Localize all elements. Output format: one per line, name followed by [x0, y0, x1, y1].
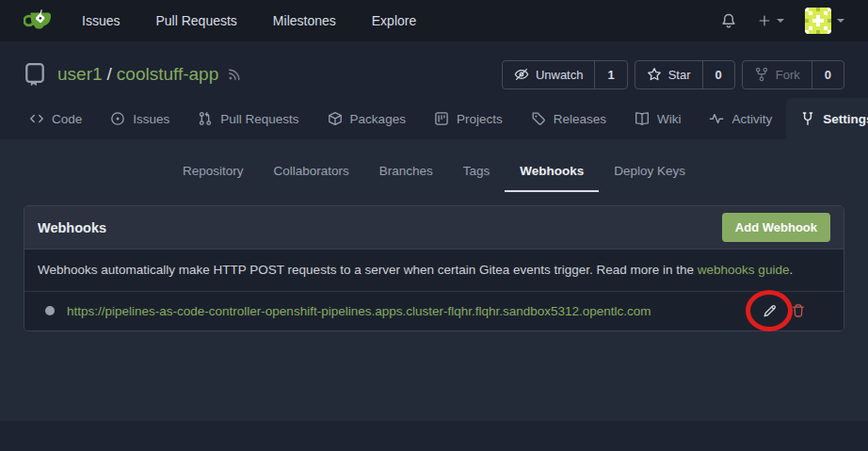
avatar	[805, 8, 831, 34]
fork-button-group: Fork 0	[742, 60, 844, 89]
webhook-row: https://pipelines-as-code-controller-ope…	[24, 291, 844, 330]
webhook-url-link[interactable]: https://pipelines-as-code-controller-ope…	[67, 304, 651, 318]
webhook-row-actions	[760, 301, 830, 320]
settings-subtabs: Repository Collaborators Branches Tags W…	[0, 139, 868, 192]
repo-title-row: user1 / coolstuff-app	[0, 41, 868, 90]
forks-count[interactable]: 0	[812, 61, 844, 89]
subtab-repository[interactable]: Repository	[168, 160, 259, 192]
webhooks-description: Webhooks automatically make HTTP POST re…	[24, 250, 844, 291]
tab-label: Packages	[350, 112, 406, 126]
footer-strip	[0, 421, 868, 451]
subtab-deploy-keys[interactable]: Deploy Keys	[599, 160, 700, 192]
fork-label: Fork	[776, 68, 800, 82]
fork-icon	[754, 67, 769, 82]
star-icon	[647, 67, 662, 82]
star-label: Star	[668, 68, 691, 82]
tab-code[interactable]: Code	[15, 98, 96, 139]
rss-icon[interactable]	[227, 67, 242, 82]
create-new-dropdown[interactable]	[758, 14, 784, 27]
subtab-webhooks[interactable]: Webhooks	[505, 160, 599, 192]
wiki-book-icon	[635, 111, 650, 126]
tab-issues[interactable]: Issues	[96, 98, 184, 139]
tab-projects[interactable]: Projects	[420, 98, 517, 139]
activity-icon	[709, 111, 724, 126]
delete-webhook-button[interactable]	[791, 303, 806, 318]
issue-icon	[110, 111, 125, 126]
topnav-item-pull-requests[interactable]: Pull Requests	[155, 13, 236, 28]
caret-down-icon	[777, 19, 784, 23]
edit-webhook-button[interactable]	[760, 301, 779, 320]
tab-activity[interactable]: Activity	[695, 98, 786, 139]
gitea-logo-icon[interactable]	[24, 7, 54, 35]
star-button-group: Star 0	[635, 60, 735, 89]
tab-label: Releases	[554, 112, 606, 126]
repo-breadcrumb: user1 / coolstuff-app	[57, 64, 218, 85]
topnav-links: Issues Pull Requests Milestones Explore	[82, 13, 416, 28]
repo-name-link[interactable]: coolstuff-app	[117, 64, 218, 85]
tab-settings[interactable]: Settings	[786, 98, 868, 139]
topnav-right	[720, 8, 844, 34]
webhooks-panel-header: Webhooks Add Webhook	[24, 206, 844, 250]
subtab-tags[interactable]: Tags	[448, 160, 506, 192]
tab-label: Wiki	[657, 112, 682, 126]
tag-icon	[531, 111, 546, 126]
topnav-item-explore[interactable]: Explore	[372, 13, 416, 28]
description-suffix: .	[789, 263, 793, 277]
watch-button-group: Unwatch 1	[502, 60, 628, 89]
unwatch-button[interactable]: Unwatch	[503, 61, 595, 89]
gitea-app: Issues Pull Requests Milestones Explore	[0, 0, 868, 451]
topnav-item-issues[interactable]: Issues	[82, 13, 120, 28]
stars-count[interactable]: 0	[702, 61, 734, 89]
project-icon	[434, 111, 449, 126]
trash-icon	[791, 303, 806, 318]
notifications-button[interactable]	[720, 12, 737, 29]
tab-wiki[interactable]: Wiki	[620, 98, 696, 139]
repo-owner-link[interactable]: user1	[57, 64, 103, 85]
tab-label: Pull Requests	[220, 112, 298, 126]
webhooks-panel: Webhooks Add Webhook Webhooks automatica…	[24, 205, 844, 331]
subtab-collaborators[interactable]: Collaborators	[258, 160, 363, 192]
tab-label: Code	[52, 112, 82, 126]
panel-title: Webhooks	[38, 220, 106, 235]
tab-packages[interactable]: Packages	[313, 98, 420, 139]
description-text: Webhooks automatically make HTTP POST re…	[38, 263, 698, 277]
add-webhook-button[interactable]: Add Webhook	[722, 213, 830, 242]
watchers-count[interactable]: 1	[594, 61, 626, 89]
settings-content: Repository Collaborators Branches Tags W…	[0, 139, 868, 421]
topnav-item-milestones[interactable]: Milestones	[273, 13, 336, 28]
plus-icon	[758, 14, 771, 27]
subtab-branches[interactable]: Branches	[364, 160, 448, 192]
package-icon	[328, 111, 343, 126]
repo-header-section: user1 / coolstuff-app	[0, 41, 868, 139]
code-icon	[29, 111, 44, 126]
eye-slash-icon	[514, 67, 529, 82]
tab-pull-requests[interactable]: Pull Requests	[184, 98, 313, 139]
repo-book-icon	[24, 62, 46, 87]
pull-request-icon	[198, 111, 213, 126]
webhook-status-dot	[45, 306, 55, 315]
tab-label: Activity	[731, 112, 772, 126]
webhooks-guide-link[interactable]: webhooks guide	[698, 263, 790, 277]
star-button[interactable]: Star	[635, 61, 702, 89]
fork-button[interactable]: Fork	[743, 61, 812, 89]
top-navbar: Issues Pull Requests Milestones Explore	[0, 0, 868, 41]
tab-label: Projects	[457, 112, 503, 126]
bell-icon	[720, 12, 737, 29]
caret-down-icon	[837, 19, 844, 23]
user-menu-dropdown[interactable]	[805, 8, 844, 34]
repo-tabs: Code Issues Pull Requests	[0, 98, 868, 139]
tools-icon	[800, 111, 815, 126]
pencil-icon	[762, 303, 778, 319]
breadcrumb-separator: /	[107, 64, 112, 85]
tab-label: Issues	[133, 112, 169, 126]
tab-releases[interactable]: Releases	[517, 98, 620, 139]
tab-label: Settings	[823, 112, 868, 126]
unwatch-label: Unwatch	[536, 68, 584, 82]
repo-actions: Unwatch 1 Star 0	[502, 60, 844, 89]
